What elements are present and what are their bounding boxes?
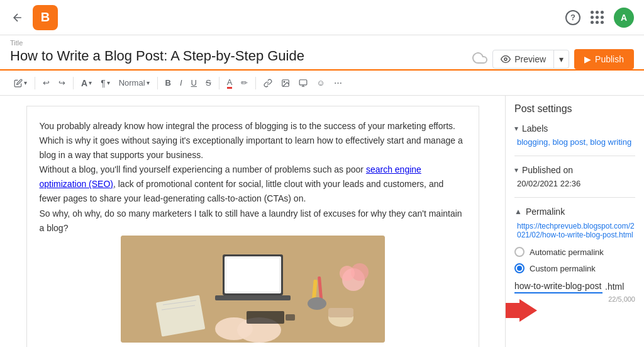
labels-chevron-icon: ▾ [514,124,518,133]
more-button[interactable]: ⋯ [330,76,346,90]
strikethrough-button[interactable]: S [202,76,215,90]
text-color-button[interactable]: A [223,75,236,91]
title-label: Title [10,39,472,47]
title-section: Title Preview ▾ ▶ Publish [0,35,644,71]
redo-button[interactable]: ↪ [55,76,69,90]
font-button[interactable]: A ▾ [77,76,96,91]
paragraph-1: You probably already know how integral t… [40,119,466,162]
permalink-input[interactable] [514,280,602,293]
permalink-input-row: .html [514,280,635,293]
sidebar: Post settings ▾ Labels blogging, blog po… [506,96,644,347]
main-layout: You probably already know how integral t… [0,96,644,347]
svg-rect-23 [286,314,295,321]
paragraph-2: Without a blog, you'll find yourself exp… [40,162,466,206]
labels-section: ▾ Labels blogging, blog post, blog writi… [514,123,635,156]
help-icon[interactable]: ? [565,10,580,25]
top-navigation: B ? A [0,0,644,35]
insert-image-button[interactable] [277,76,294,90]
svg-point-19 [340,266,355,281]
underline-button[interactable]: U [187,76,201,90]
published-section: ▾ Published on 20/02/2021 22:36 [514,165,635,198]
permalink-extension: .html [605,282,624,292]
editor-content[interactable]: You probably already know how integral t… [26,106,479,347]
sidebar-title: Post settings [514,103,635,115]
permalink-section: ▲ Permalink https://techprevueb.blogspot… [514,207,635,303]
blog-image-svg [121,236,385,343]
publish-button[interactable]: ▶ Publish [574,49,634,69]
automatic-permalink-radio[interactable]: Automatic permalink [514,247,635,257]
published-chevron-icon: ▾ [514,166,518,174]
blog-image [121,236,385,343]
header-actions: Preview ▾ ▶ Publish [472,39,634,69]
svg-rect-8 [226,258,279,292]
svg-rect-3 [299,79,307,84]
eye-icon [501,54,511,64]
svg-rect-5 [215,295,291,300]
editor-toolbar: ▾ ↩ ↪ A ▾ ¶ ▾ Normal ▾ B I U S A ✏ ☺ ⋯ [0,71,644,96]
blogger-logo[interactable]: B [33,5,58,30]
undo-button[interactable]: ↩ [39,76,53,90]
permalink-label: Permalink [526,207,565,217]
paragraph-3: So why, oh why, do so many marketers I t… [40,207,466,236]
custom-permalink-radio[interactable]: Custom permalink [514,263,635,273]
labels-header[interactable]: ▾ Labels [514,123,635,134]
svg-point-16 [308,297,326,310]
title-input[interactable] [10,48,472,68]
radio-custom [514,263,525,273]
edit-mode-button[interactable]: ▾ [10,76,31,90]
editor-pane[interactable]: You probably already know how integral t… [0,96,506,347]
bold-button[interactable]: B [162,76,175,90]
permalink-chevron-icon: ▲ [514,207,522,216]
permalink-header[interactable]: ▲ Permalink [514,207,635,217]
svg-rect-10 [328,308,353,317]
link-button[interactable] [260,76,276,90]
radio-automatic [514,247,525,257]
preview-button[interactable]: Preview ▾ [492,50,569,69]
emoji-button[interactable]: ☺ [313,76,328,90]
italic-button[interactable]: I [176,76,186,90]
nav-left: B [10,5,565,30]
preview-dropdown-arrow[interactable]: ▾ [553,50,569,68]
svg-marker-24 [506,299,537,322]
back-button[interactable] [10,10,25,25]
play-icon: ▶ [584,54,591,64]
insert-photo-button[interactable] [295,76,311,90]
labels-label: Labels [522,123,548,134]
published-value: 20/02/2021 22:36 [514,179,635,188]
published-header[interactable]: ▾ Published on [514,165,635,175]
paragraph-button[interactable]: ¶ ▾ [97,76,114,91]
apps-icon[interactable] [591,11,604,24]
nav-right: ? A [565,8,634,28]
svg-point-2 [284,81,285,82]
highlight-button[interactable]: ✏ [237,76,252,90]
svg-point-0 [504,58,507,60]
labels-value: blogging, blog post, blog writing [514,137,635,147]
arrow-indicator [506,298,537,328]
permalink-url: https://techprevueb.blogspot.com/2021/02… [514,222,635,239]
svg-rect-22 [247,311,284,324]
user-avatar[interactable]: A [614,8,634,28]
cloud-save-icon[interactable] [472,50,487,69]
format-dropdown[interactable]: Normal ▾ [115,76,153,90]
published-label: Published on [522,165,573,175]
